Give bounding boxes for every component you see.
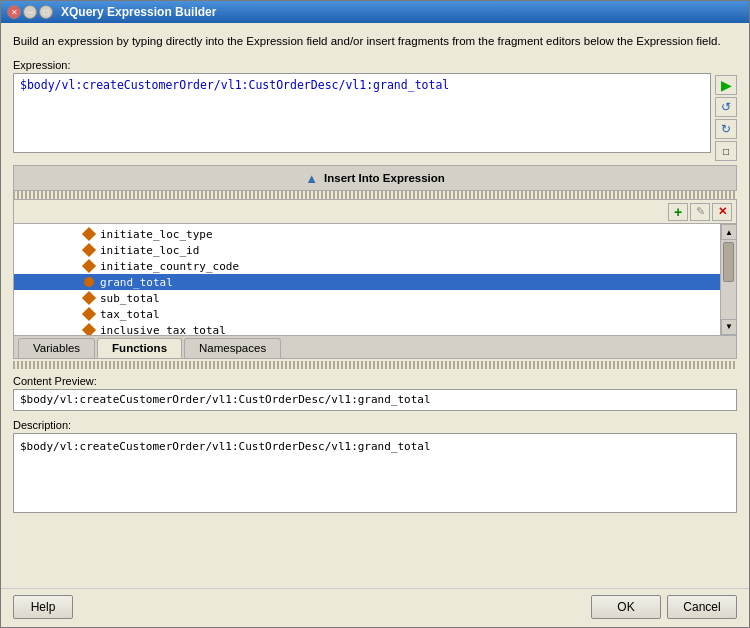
insert-btn-label: Insert Into Expression [324,172,445,184]
main-window: ✕ ─ □ XQuery Expression Builder Build an… [0,0,750,628]
frag-item-0[interactable]: initiate_loc_type [14,226,720,242]
bottom-right-buttons: OK Cancel [591,595,737,619]
diamond-icon-6 [82,323,96,334]
run-button[interactable]: ▶ [715,75,737,95]
scrollbar-thumb[interactable] [723,242,734,282]
description-section: Description: $body/vl:createCustomerOrde… [13,415,737,580]
diamond-icon-1 [82,243,96,257]
intro-text: Build an expression by typing directly i… [13,33,737,49]
minimize-btn[interactable]: ─ [23,5,37,19]
clear-icon: □ [723,146,729,157]
diamond-icon-5 [82,307,96,321]
content-preview-section: Content Preview: $body/vl:createCustomer… [13,371,737,415]
frag-item-label-2: initiate_country_code [100,260,239,273]
diamond-icon-4 [82,291,96,305]
frag-item-label-0: initiate_loc_type [100,228,213,241]
frag-item-2[interactable]: initiate_country_code [14,258,720,274]
refresh-icon2: ↻ [721,122,731,136]
frag-item-label-5: tax_total [100,308,160,321]
frag-item-4[interactable]: sub_total [14,290,720,306]
edit-fragment-btn[interactable]: ✎ [690,203,710,221]
add-fragment-btn[interactable]: + [668,203,688,221]
insert-bar[interactable]: ▲ Insert Into Expression [13,165,737,191]
ok-button[interactable]: OK [591,595,661,619]
frag-item-6[interactable]: inclusive_tax_total [14,322,720,334]
scroll-up-btn[interactable]: ▲ [721,224,736,240]
window-controls: ✕ ─ □ [7,5,53,19]
frag-item-5[interactable]: tax_total [14,306,720,322]
refresh-button2[interactable]: ↻ [715,119,737,139]
maximize-btn[interactable]: □ [39,5,53,19]
fragment-toolbar: + ✎ ✕ [14,200,736,224]
refresh-icon1: ↺ [721,100,731,114]
tab-namespaces[interactable]: Namespaces [184,338,281,358]
diamond-icon-2 [82,259,96,273]
close-btn[interactable]: ✕ [7,5,21,19]
tab-variables[interactable]: Variables [18,338,95,358]
pencil-icon: ✎ [696,205,705,218]
delete-icon: ✕ [718,205,727,218]
circle-icon-3 [82,275,96,289]
expression-label: Expression: [13,59,737,71]
frag-item-3[interactable]: grand_total [14,274,720,290]
clear-button[interactable]: □ [715,141,737,161]
window-title: XQuery Expression Builder [61,5,216,19]
insert-arrow-icon: ▲ [305,171,318,186]
frag-item-label-1: initiate_loc_id [100,244,199,257]
diamond-icon-0 [82,227,96,241]
scrollbar-track [721,240,736,318]
drag-handle-bottom [13,361,737,369]
tab-functions[interactable]: Functions [97,338,182,358]
delete-fragment-btn[interactable]: ✕ [712,203,732,221]
fragment-area: + ✎ ✕ initiate_loc_type [13,199,737,358]
description-label: Description: [13,419,737,431]
play-icon: ▶ [721,77,732,93]
help-button[interactable]: Help [13,595,73,619]
content-preview-label: Content Preview: [13,375,737,387]
title-bar: ✕ ─ □ XQuery Expression Builder [1,1,749,23]
bottom-bar: Help OK Cancel [1,588,749,627]
scrollbar[interactable]: ▲ ▼ [720,224,736,334]
plus-icon: + [674,204,682,220]
main-content: Build an expression by typing directly i… [1,23,749,588]
frag-item-1[interactable]: initiate_loc_id [14,242,720,258]
frag-item-label-3: grand_total [100,276,173,289]
frag-item-label-6: inclusive_tax_total [100,324,226,335]
fragment-list-area: initiate_loc_type initiate_loc_id initia… [14,224,736,334]
cancel-button[interactable]: Cancel [667,595,737,619]
fragment-list: initiate_loc_type initiate_loc_id initia… [14,224,720,334]
drag-handle-top [13,191,737,199]
expression-row: ▶ ↺ ↻ □ [13,73,737,161]
expression-input[interactable] [13,73,711,153]
description-box: $body/vl:createCustomerOrder/vl1:CustOrd… [13,433,737,513]
content-preview-box: $body/vl:createCustomerOrder/vl1:CustOrd… [13,389,737,411]
refresh-button1[interactable]: ↺ [715,97,737,117]
scroll-down-btn[interactable]: ▼ [721,319,736,335]
content-preview-value: $body/vl:createCustomerOrder/vl1:CustOrd… [20,393,431,406]
expression-toolbar: ▶ ↺ ↻ □ [715,73,737,161]
description-value: $body/vl:createCustomerOrder/vl1:CustOrd… [20,440,431,453]
tabs-row: Variables Functions Namespaces [14,335,736,358]
frag-item-label-4: sub_total [100,292,160,305]
